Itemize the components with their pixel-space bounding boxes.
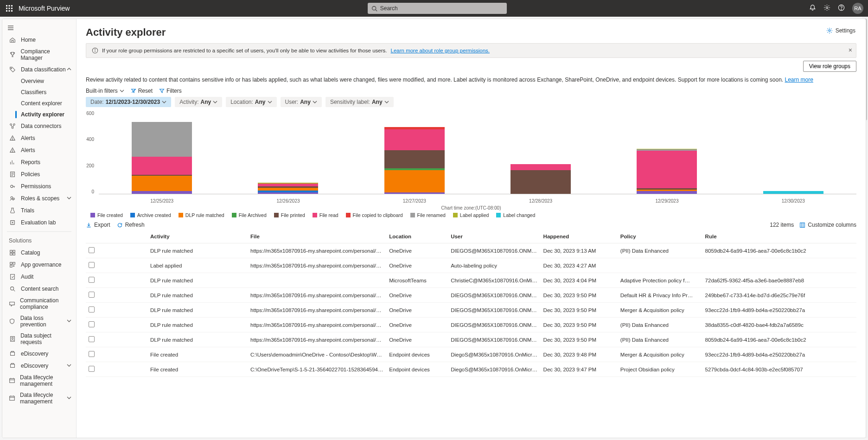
legend-item[interactable]: File read xyxy=(313,212,338,218)
filter-pill-user[interactable]: User: Any xyxy=(281,97,322,107)
chart-segment[interactable] xyxy=(384,192,445,194)
table-row[interactable]: Label appliedhttps://m365x10870916-my.sh… xyxy=(86,258,856,273)
chart-segment[interactable] xyxy=(511,164,571,171)
nav-item-alerts[interactable]: Alerts xyxy=(2,144,76,156)
refresh-button[interactable]: Refresh xyxy=(117,222,145,228)
nav-item-content-search[interactable]: Content search xyxy=(2,283,76,295)
column-header[interactable]: Activity xyxy=(147,230,248,243)
settings-icon[interactable] xyxy=(823,4,830,13)
nav-item-policies[interactable]: Policies xyxy=(2,168,76,180)
chart-segment[interactable] xyxy=(384,129,445,150)
nav-item-app-governance[interactable]: App governance xyxy=(2,259,76,271)
row-checkbox[interactable] xyxy=(89,247,95,253)
table-row[interactable]: DLP rule matchedhttps://m365x10870916-my… xyxy=(86,303,856,318)
help-icon[interactable] xyxy=(838,4,845,13)
nav-item-ediscovery[interactable]: eDiscovery xyxy=(2,360,76,372)
legend-item[interactable]: File copied to clipboard xyxy=(346,212,403,218)
nav-item-data-loss-prevention[interactable]: Data loss prevention xyxy=(2,312,76,330)
chart-segment[interactable] xyxy=(637,151,697,188)
chart-segment[interactable] xyxy=(132,176,192,191)
nav-item-alerts[interactable]: Alerts xyxy=(2,132,76,144)
column-header[interactable]: Location xyxy=(386,230,448,243)
nav-collapse[interactable] xyxy=(2,22,76,34)
row-checkbox[interactable] xyxy=(89,277,95,283)
column-header[interactable]: Rule xyxy=(702,230,856,243)
banner-link[interactable]: Learn more about role group permissions. xyxy=(391,48,490,53)
nav-item-evaluation-lab[interactable]: Evaluation lab xyxy=(2,217,76,229)
filter-pill-location[interactable]: Location: Any xyxy=(226,97,276,107)
nav-item-overview[interactable]: Overview xyxy=(2,76,76,87)
reset-filters-button[interactable]: Reset xyxy=(131,88,153,94)
chart-segment[interactable] xyxy=(132,122,192,157)
row-checkbox[interactable] xyxy=(89,351,95,357)
chart-bar[interactable] xyxy=(132,122,192,194)
table-row[interactable]: DLP rule matchedhttps://m365x10870916-my… xyxy=(86,243,856,258)
view-role-groups-button[interactable]: View role groups xyxy=(803,61,856,72)
column-header[interactable]: User xyxy=(448,230,540,243)
table-row[interactable]: File createdC:\Users\demoadmin\OneDrive … xyxy=(86,347,856,362)
nav-item-compliance-manager[interactable]: Compliance Manager xyxy=(2,46,76,64)
builtin-filters-dropdown[interactable]: Built-in filters xyxy=(86,88,124,94)
page-settings-button[interactable]: Settings xyxy=(826,27,855,34)
nav-item-trials[interactable]: Trials xyxy=(2,204,76,217)
chart-segment[interactable] xyxy=(132,191,192,194)
row-checkbox[interactable] xyxy=(89,336,95,342)
nav-item-classifiers[interactable]: Classifiers xyxy=(2,87,76,98)
column-header[interactable]: Policy xyxy=(618,230,702,243)
chart-segment[interactable] xyxy=(384,150,445,168)
table-row[interactable]: DLP rule matchedhttps://m365x10870916-my… xyxy=(86,288,856,303)
legend-item[interactable]: DLP rule matched xyxy=(179,212,224,218)
chart-segment[interactable] xyxy=(132,157,192,175)
legend-item[interactable]: File renamed xyxy=(410,212,446,218)
chart-segment[interactable] xyxy=(763,191,823,194)
chart-bar[interactable] xyxy=(511,164,571,194)
chart-segment[interactable] xyxy=(511,170,571,194)
learn-more-link[interactable]: Learn more xyxy=(785,77,813,83)
nav-item-catalog[interactable]: Catalog xyxy=(2,247,76,259)
nav-item-permissions[interactable]: Permissions xyxy=(2,180,76,192)
nav-item-content-explorer[interactable]: Content explorer xyxy=(2,98,76,109)
notifications-icon[interactable] xyxy=(809,4,816,13)
banner-close-icon[interactable]: × xyxy=(849,46,852,54)
table-row[interactable]: DLP rule matchedhttps://m365x10870916-my… xyxy=(86,318,856,332)
nav-item-data-classification[interactable]: Data classification xyxy=(2,64,76,76)
chart-segment[interactable] xyxy=(258,192,318,194)
filter-pill-date[interactable]: Date: 12/1/2023-12/30/2023 xyxy=(86,97,171,107)
chart-bar[interactable] xyxy=(637,149,697,194)
nav-item-ediscovery[interactable]: eDiscovery xyxy=(2,348,76,360)
nav-item-reports[interactable]: Reports xyxy=(2,156,76,168)
row-checkbox[interactable] xyxy=(89,321,95,327)
user-avatar[interactable]: RA xyxy=(852,3,863,14)
export-button[interactable]: Export xyxy=(86,222,110,228)
filters-button[interactable]: Filters xyxy=(159,88,182,94)
search-box[interactable]: Search xyxy=(368,3,507,14)
nav-item-data-subject-requests[interactable]: Data subject requests xyxy=(2,330,76,348)
table-row[interactable]: File createdC:\OneDriveTemp\S-1-5-21-356… xyxy=(86,362,856,377)
legend-item[interactable]: File Archived xyxy=(232,212,267,218)
legend-item[interactable]: Label changed xyxy=(496,212,535,218)
nav-item-activity-explorer[interactable]: Activity explorer xyxy=(2,109,76,120)
legend-item[interactable]: File printed xyxy=(274,212,305,218)
filter-pill-activity[interactable]: Activity: Any xyxy=(175,97,222,107)
legend-item[interactable]: File created xyxy=(90,212,123,218)
chart-segment[interactable] xyxy=(384,170,445,192)
nav-item-data-connectors[interactable]: Data connectors xyxy=(2,120,76,132)
nav-item-audit[interactable]: Audit xyxy=(2,271,76,283)
table-row[interactable]: DLP rule matchedhttps://m365x10870916-my… xyxy=(86,332,856,347)
filter-pill-sensitivitylabel[interactable]: Sensitivity label: Any xyxy=(326,97,394,107)
legend-item[interactable]: Label applied xyxy=(453,212,489,218)
chart-bar[interactable] xyxy=(258,183,318,194)
nav-item-communication-compliance[interactable]: Communication compliance xyxy=(2,295,76,312)
column-header[interactable]: File xyxy=(248,230,386,243)
column-header[interactable]: Happened xyxy=(541,230,618,243)
app-launcher-icon[interactable] xyxy=(5,4,14,13)
nav-item-roles-scopes[interactable]: Roles & scopes xyxy=(2,192,76,204)
legend-item[interactable]: Archive created xyxy=(130,212,171,218)
nav-item-data-lifecycle-management[interactable]: Data lifecycle management xyxy=(2,389,76,407)
row-checkbox[interactable] xyxy=(89,292,95,298)
nav-item-data-lifecycle-management[interactable]: Data lifecycle management xyxy=(2,372,76,389)
chart-bar[interactable] xyxy=(384,127,445,194)
row-checkbox[interactable] xyxy=(89,306,95,312)
row-checkbox[interactable] xyxy=(89,262,95,268)
chart-bar[interactable] xyxy=(763,191,823,194)
